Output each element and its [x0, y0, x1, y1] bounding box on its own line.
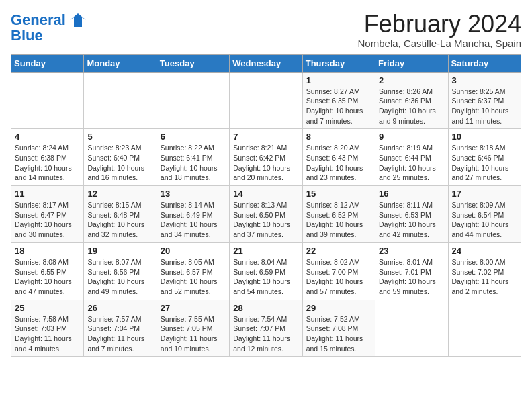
- calendar-cell: 27Sunrise: 7:55 AM Sunset: 7:05 PM Dayli…: [157, 300, 229, 357]
- day-number: 13: [161, 189, 226, 199]
- day-number: 26: [87, 303, 152, 313]
- calendar-cell: 29Sunrise: 7:52 AM Sunset: 7:08 PM Dayli…: [302, 300, 375, 357]
- day-number: 19: [87, 246, 152, 256]
- calendar-cell: [157, 72, 229, 129]
- day-info: Sunrise: 8:08 AM Sunset: 6:55 PM Dayligh…: [15, 257, 80, 297]
- day-number: 20: [161, 246, 226, 256]
- day-number: 25: [15, 303, 80, 313]
- day-number: 15: [306, 189, 371, 199]
- calendar-week-2: 4Sunrise: 8:24 AM Sunset: 6:38 PM Daylig…: [11, 129, 521, 186]
- day-info: Sunrise: 8:11 AM Sunset: 6:53 PM Dayligh…: [379, 200, 444, 240]
- calendar-cell: 17Sunrise: 8:09 AM Sunset: 6:54 PM Dayli…: [448, 186, 521, 243]
- header-sunday: Sunday: [11, 54, 84, 72]
- day-info: Sunrise: 8:22 AM Sunset: 6:41 PM Dayligh…: [161, 143, 226, 183]
- calendar-table: Sunday Monday Tuesday Wednesday Thursday…: [11, 54, 521, 357]
- calendar-cell: [11, 72, 84, 129]
- calendar-week-5: 25Sunrise: 7:58 AM Sunset: 7:03 PM Dayli…: [11, 300, 521, 357]
- calendar-cell: 14Sunrise: 8:13 AM Sunset: 6:50 PM Dayli…: [230, 186, 302, 243]
- day-info: Sunrise: 8:05 AM Sunset: 6:57 PM Dayligh…: [161, 257, 226, 297]
- calendar-week-4: 18Sunrise: 8:08 AM Sunset: 6:55 PM Dayli…: [11, 242, 521, 300]
- day-info: Sunrise: 8:02 AM Sunset: 7:00 PM Dayligh…: [306, 257, 371, 297]
- day-info: Sunrise: 8:01 AM Sunset: 7:01 PM Dayligh…: [379, 257, 444, 297]
- svg-marker-0: [70, 13, 86, 27]
- calendar-cell: 5Sunrise: 8:23 AM Sunset: 6:40 PM Daylig…: [84, 129, 157, 186]
- day-number: 4: [15, 132, 80, 142]
- calendar-week-1: 1Sunrise: 8:27 AM Sunset: 6:35 PM Daylig…: [11, 72, 521, 129]
- day-info: Sunrise: 8:19 AM Sunset: 6:44 PM Dayligh…: [379, 143, 444, 183]
- calendar-cell: 11Sunrise: 8:17 AM Sunset: 6:47 PM Dayli…: [11, 186, 84, 243]
- day-number: 3: [452, 75, 517, 85]
- day-number: 17: [452, 189, 517, 199]
- day-number: 14: [233, 189, 298, 199]
- day-number: 22: [306, 246, 371, 256]
- calendar-cell: 20Sunrise: 8:05 AM Sunset: 6:57 PM Dayli…: [157, 242, 229, 300]
- day-info: Sunrise: 8:13 AM Sunset: 6:50 PM Dayligh…: [233, 200, 298, 240]
- day-info: Sunrise: 8:00 AM Sunset: 7:02 PM Dayligh…: [452, 257, 517, 297]
- calendar-cell: [84, 72, 157, 129]
- day-info: Sunrise: 7:55 AM Sunset: 7:05 PM Dayligh…: [161, 314, 226, 354]
- day-number: 27: [161, 303, 226, 313]
- day-info: Sunrise: 8:18 AM Sunset: 6:46 PM Dayligh…: [452, 143, 517, 183]
- logo: General Blue: [11, 11, 87, 43]
- day-number: 11: [15, 189, 80, 199]
- day-info: Sunrise: 8:09 AM Sunset: 6:54 PM Dayligh…: [452, 200, 517, 240]
- day-number: 6: [161, 132, 226, 142]
- day-number: 29: [306, 303, 371, 313]
- calendar-subtitle: Nombela, Castille-La Mancha, Spain: [358, 38, 521, 49]
- day-number: 1: [306, 75, 371, 85]
- day-info: Sunrise: 7:57 AM Sunset: 7:04 PM Dayligh…: [87, 314, 152, 354]
- calendar-cell: 28Sunrise: 7:54 AM Sunset: 7:07 PM Dayli…: [230, 300, 302, 357]
- day-number: 24: [452, 246, 517, 256]
- calendar-cell: 13Sunrise: 8:14 AM Sunset: 6:49 PM Dayli…: [157, 186, 229, 243]
- calendar-cell: [375, 300, 448, 357]
- calendar-cell: 12Sunrise: 8:15 AM Sunset: 6:48 PM Dayli…: [84, 186, 157, 243]
- day-info: Sunrise: 8:17 AM Sunset: 6:47 PM Dayligh…: [15, 200, 80, 240]
- day-number: 21: [233, 246, 298, 256]
- day-number: 7: [233, 132, 298, 142]
- day-info: Sunrise: 7:52 AM Sunset: 7:08 PM Dayligh…: [306, 314, 371, 354]
- day-number: 2: [379, 75, 444, 85]
- day-info: Sunrise: 8:07 AM Sunset: 6:56 PM Dayligh…: [87, 257, 152, 297]
- calendar-cell: 23Sunrise: 8:01 AM Sunset: 7:01 PM Dayli…: [375, 242, 448, 300]
- calendar-cell: [230, 72, 302, 129]
- calendar-cell: 7Sunrise: 8:21 AM Sunset: 6:42 PM Daylig…: [230, 129, 302, 186]
- header-wednesday: Wednesday: [230, 54, 302, 72]
- day-info: Sunrise: 8:20 AM Sunset: 6:43 PM Dayligh…: [306, 143, 371, 183]
- calendar-cell: 2Sunrise: 8:26 AM Sunset: 6:36 PM Daylig…: [375, 72, 448, 129]
- calendar-week-3: 11Sunrise: 8:17 AM Sunset: 6:47 PM Dayli…: [11, 186, 521, 243]
- day-info: Sunrise: 8:25 AM Sunset: 6:37 PM Dayligh…: [452, 87, 517, 126]
- calendar-cell: 1Sunrise: 8:27 AM Sunset: 6:35 PM Daylig…: [302, 72, 375, 129]
- day-info: Sunrise: 8:21 AM Sunset: 6:42 PM Dayligh…: [233, 143, 298, 183]
- calendar-cell: 6Sunrise: 8:22 AM Sunset: 6:41 PM Daylig…: [157, 129, 229, 186]
- calendar-cell: 8Sunrise: 8:20 AM Sunset: 6:43 PM Daylig…: [302, 129, 375, 186]
- day-number: 18: [15, 246, 80, 256]
- calendar-cell: 19Sunrise: 8:07 AM Sunset: 6:56 PM Dayli…: [84, 242, 157, 300]
- calendar-cell: 10Sunrise: 8:18 AM Sunset: 6:46 PM Dayli…: [448, 129, 521, 186]
- day-info: Sunrise: 8:12 AM Sunset: 6:52 PM Dayligh…: [306, 200, 371, 240]
- calendar-title: February 2024: [358, 11, 521, 38]
- day-number: 10: [452, 132, 517, 142]
- day-number: 16: [379, 189, 444, 199]
- calendar-cell: 22Sunrise: 8:02 AM Sunset: 7:00 PM Dayli…: [302, 242, 375, 300]
- day-number: 28: [233, 303, 298, 313]
- day-info: Sunrise: 8:24 AM Sunset: 6:38 PM Dayligh…: [15, 143, 80, 183]
- calendar-cell: 3Sunrise: 8:25 AM Sunset: 6:37 PM Daylig…: [448, 72, 521, 129]
- calendar-cell: 4Sunrise: 8:24 AM Sunset: 6:38 PM Daylig…: [11, 129, 84, 186]
- calendar-cell: 15Sunrise: 8:12 AM Sunset: 6:52 PM Dayli…: [302, 186, 375, 243]
- day-info: Sunrise: 8:26 AM Sunset: 6:36 PM Dayligh…: [379, 87, 444, 126]
- day-info: Sunrise: 8:15 AM Sunset: 6:48 PM Dayligh…: [87, 200, 152, 240]
- header: General Blue February 2024 Nombela, Cast…: [11, 11, 521, 49]
- day-number: 9: [379, 132, 444, 142]
- header-thursday: Thursday: [302, 54, 375, 72]
- day-number: 8: [306, 132, 371, 142]
- header-monday: Monday: [84, 54, 157, 72]
- day-info: Sunrise: 8:27 AM Sunset: 6:35 PM Dayligh…: [306, 87, 371, 126]
- day-info: Sunrise: 8:14 AM Sunset: 6:49 PM Dayligh…: [161, 200, 226, 240]
- calendar-cell: 24Sunrise: 8:00 AM Sunset: 7:02 PM Dayli…: [448, 242, 521, 300]
- day-info: Sunrise: 7:54 AM Sunset: 7:07 PM Dayligh…: [233, 314, 298, 354]
- calendar-cell: 16Sunrise: 8:11 AM Sunset: 6:53 PM Dayli…: [375, 186, 448, 243]
- day-info: Sunrise: 7:58 AM Sunset: 7:03 PM Dayligh…: [15, 314, 80, 354]
- calendar-cell: 26Sunrise: 7:57 AM Sunset: 7:04 PM Dayli…: [84, 300, 157, 357]
- day-info: Sunrise: 8:04 AM Sunset: 6:59 PM Dayligh…: [233, 257, 298, 297]
- days-header-row: Sunday Monday Tuesday Wednesday Thursday…: [11, 54, 521, 72]
